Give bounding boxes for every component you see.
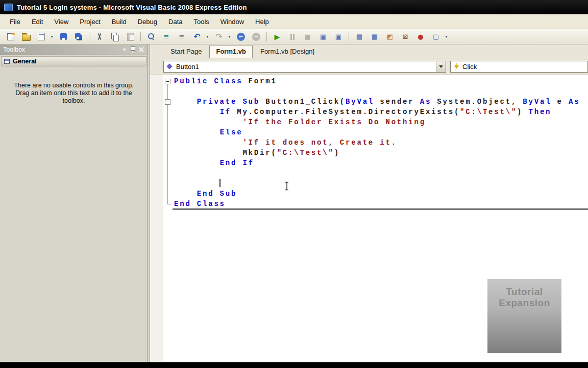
step-into-icon[interactable]: ▣ (318, 32, 328, 42)
outline-end-tick (167, 194, 172, 194)
text-caret (219, 179, 220, 187)
toolbox-group-label: General (13, 58, 37, 65)
save-all-icon[interactable] (74, 32, 84, 42)
watermark-line1: Tutorial (506, 286, 543, 297)
command-window-dropdown-icon[interactable]: ▾ (444, 32, 449, 42)
procedure-separator-line (173, 209, 588, 210)
code-line[interactable] (174, 168, 580, 178)
error-list-icon[interactable]: ● (415, 32, 426, 42)
menu-window[interactable]: Window (215, 16, 250, 28)
add-new-item-icon[interactable] (36, 32, 46, 42)
menu-view[interactable]: View (48, 16, 74, 28)
stop-debugging-icon[interactable]: ■ (303, 32, 313, 42)
toolbar-separator (349, 32, 349, 41)
code-line[interactable]: Public Class Form1 (174, 76, 580, 86)
menu-help[interactable]: Help (250, 16, 275, 28)
redo-dropdown-icon[interactable]: ▾ (227, 32, 232, 42)
window-title: Tutorial 5 Login systems - Microsoft Vis… (17, 4, 247, 11)
new-project-icon[interactable] (6, 32, 16, 42)
object-browser-icon[interactable]: ◩ (385, 32, 395, 42)
command-window-icon[interactable]: ▢ (431, 32, 441, 42)
navigate-backward-icon[interactable] (236, 32, 246, 42)
toolbox-icon[interactable]: ⊠ (400, 32, 410, 42)
video-watermark: Tutorial Expansion (487, 279, 561, 353)
code-line[interactable]: End Sub (174, 189, 580, 199)
editor-pane: Start PageForm1.vbForm1.vb [Design] Butt… (150, 44, 588, 362)
collapse-region-icon[interactable] (165, 79, 170, 84)
redo-icon[interactable]: ↷ (214, 32, 224, 42)
code-line[interactable]: If My.Computer.FileSystem.DirectoryExist… (174, 107, 580, 117)
indicator-margin[interactable] (150, 75, 163, 362)
outlining-margin[interactable] (163, 75, 174, 362)
copy-icon[interactable] (110, 32, 120, 42)
tab-start-page[interactable]: Start Page (164, 45, 208, 58)
tab-strip: Start PageForm1.vbForm1.vb [Design] (150, 44, 588, 58)
group-window-icon (4, 59, 10, 64)
event-lightning-icon (454, 63, 459, 70)
start-debugging-icon[interactable]: ▶ (272, 32, 282, 42)
toolbar-separator (266, 32, 267, 41)
toolbox-title: Toolbox (3, 46, 119, 53)
object-icon (166, 63, 172, 69)
undo-icon[interactable]: ↶ (192, 32, 202, 42)
menu-edit[interactable]: Edit (26, 16, 48, 28)
objects-dropdown-arrow-icon[interactable] (436, 61, 446, 72)
objects-dropdown-value: Button1 (176, 63, 199, 71)
toolbox-group-general[interactable]: General (1, 56, 146, 66)
open-file-icon[interactable] (21, 32, 31, 42)
comment-icon[interactable]: ≡ (161, 32, 172, 42)
title-bar: Tutorial 5 Login systems - Microsoft Vis… (0, 0, 588, 14)
code-line[interactable] (174, 178, 580, 189)
letterbox-bar (0, 362, 588, 368)
cut-icon[interactable] (94, 32, 105, 42)
tab-form1-vb-design[interactable]: Form1.vb [Design] (254, 45, 321, 58)
close-icon[interactable] (138, 47, 144, 53)
main-area: Toolbox General There are no usable cont… (0, 44, 588, 362)
tab-form1-vb[interactable]: Form1.vb (209, 45, 253, 58)
code-line[interactable]: 'If it does not, Create it. (174, 137, 580, 148)
navigation-bar: Button1 Click (150, 58, 588, 75)
toolbar-separator (89, 32, 89, 41)
break-all-icon[interactable] (287, 32, 298, 42)
watermark-line2: Expansion (499, 297, 550, 309)
events-dropdown[interactable]: Click (450, 61, 588, 73)
toolbox-panel: Toolbox General There are no usable cont… (0, 44, 148, 362)
events-dropdown-value: Click (462, 63, 477, 71)
outline-end-tick (167, 204, 172, 204)
paste-icon[interactable] (125, 32, 135, 42)
find-icon[interactable] (146, 32, 156, 42)
window-position-icon[interactable] (122, 49, 127, 53)
code-line[interactable]: Private Sub Button1_Click(ByVal sender A… (174, 97, 580, 107)
solution-explorer-icon[interactable]: ▤ (354, 32, 364, 42)
vb-app-icon (4, 4, 13, 11)
collapse-region-icon[interactable] (165, 99, 170, 105)
code-line[interactable]: End Class (174, 199, 580, 209)
step-over-icon[interactable]: ▣ (333, 32, 344, 42)
toolbar: ▾≡≡↶▾↷▾▶■▣▣▤▦◩⊠●▢▾ (0, 29, 588, 44)
code-line[interactable]: Else (174, 127, 580, 137)
menu-build[interactable]: Build (106, 16, 132, 28)
menu-project[interactable]: Project (74, 16, 106, 28)
toolbox-empty-message: There are no usable controls in this gro… (0, 82, 148, 105)
code-line[interactable]: 'If the Folder Exists Do Nothing (174, 117, 580, 127)
menu-bar: FileEditViewProjectBuildDebugDataToolsWi… (0, 14, 588, 29)
undo-dropdown-icon[interactable]: ▾ (205, 32, 210, 42)
toolbox-header: Toolbox (0, 44, 148, 55)
menu-file[interactable]: File (4, 16, 26, 28)
navigate-forward-icon[interactable] (251, 32, 261, 42)
auto-hide-pin-icon[interactable] (130, 46, 135, 53)
objects-dropdown[interactable]: Button1 (163, 61, 446, 73)
code-editor[interactable]: Public Class Form1 Private Sub Button1_C… (150, 75, 588, 362)
mouse-ibeam-cursor (284, 181, 290, 191)
code-line[interactable] (174, 86, 580, 97)
code-line[interactable]: MkDir("C:\Test\") (174, 148, 580, 158)
uncomment-icon[interactable]: ≡ (177, 32, 187, 42)
save-icon[interactable] (58, 32, 68, 42)
menu-debug[interactable]: Debug (132, 16, 163, 28)
menu-tools[interactable]: Tools (188, 16, 214, 28)
toolbar-separator (140, 32, 141, 41)
add-new-item-dropdown-icon[interactable]: ▾ (49, 32, 55, 42)
menu-data[interactable]: Data (163, 16, 188, 28)
code-line[interactable]: End If (174, 158, 580, 168)
properties-window-icon[interactable]: ▦ (370, 32, 380, 42)
